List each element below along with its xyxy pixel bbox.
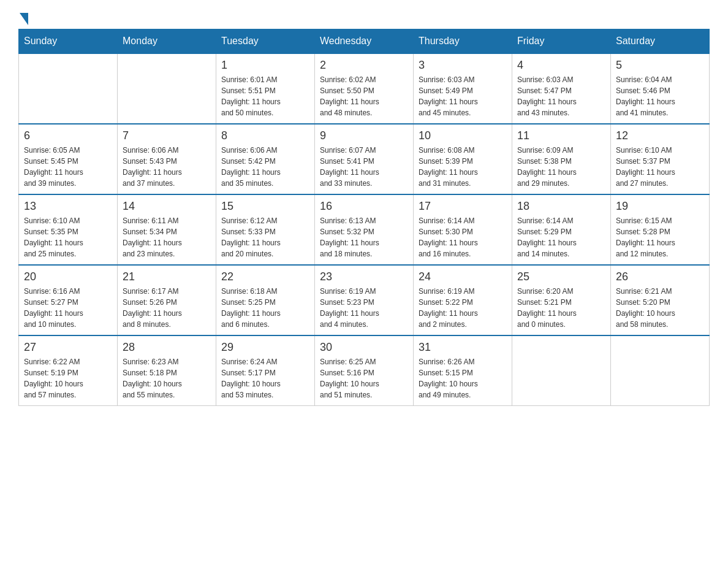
day-info: Sunrise: 6:17 AM Sunset: 5:26 PM Dayligh… xyxy=(123,286,211,330)
calendar-cell: 31Sunrise: 6:26 AM Sunset: 5:15 PM Dayli… xyxy=(414,335,512,406)
calendar-cell: 3Sunrise: 6:03 AM Sunset: 5:49 PM Daylig… xyxy=(414,53,512,124)
calendar-cell: 21Sunrise: 6:17 AM Sunset: 5:26 PM Dayli… xyxy=(118,265,216,335)
day-number: 26 xyxy=(616,270,704,283)
day-number: 21 xyxy=(123,270,211,283)
day-info: Sunrise: 6:02 AM Sunset: 5:50 PM Dayligh… xyxy=(320,74,408,118)
calendar-cell: 30Sunrise: 6:25 AM Sunset: 5:16 PM Dayli… xyxy=(315,335,414,406)
calendar-cell: 10Sunrise: 6:08 AM Sunset: 5:39 PM Dayli… xyxy=(414,124,512,194)
day-number: 16 xyxy=(320,200,408,213)
day-info: Sunrise: 6:14 AM Sunset: 5:30 PM Dayligh… xyxy=(419,215,507,259)
day-number: 13 xyxy=(24,200,112,213)
calendar-week-row: 13Sunrise: 6:10 AM Sunset: 5:35 PM Dayli… xyxy=(19,194,710,265)
day-number: 19 xyxy=(616,200,704,213)
day-number: 27 xyxy=(24,341,112,354)
day-number: 1 xyxy=(221,59,309,72)
col-monday: Monday xyxy=(118,29,216,54)
calendar-cell: 20Sunrise: 6:16 AM Sunset: 5:27 PM Dayli… xyxy=(19,265,118,335)
calendar-week-row: 27Sunrise: 6:22 AM Sunset: 5:19 PM Dayli… xyxy=(19,335,710,406)
calendar-week-row: 20Sunrise: 6:16 AM Sunset: 5:27 PM Dayli… xyxy=(19,265,710,335)
calendar-cell: 18Sunrise: 6:14 AM Sunset: 5:29 PM Dayli… xyxy=(512,194,611,265)
day-info: Sunrise: 6:16 AM Sunset: 5:27 PM Dayligh… xyxy=(24,286,112,330)
calendar-cell: 4Sunrise: 6:03 AM Sunset: 5:47 PM Daylig… xyxy=(512,53,611,124)
col-tuesday: Tuesday xyxy=(216,29,315,54)
calendar-cell: 29Sunrise: 6:24 AM Sunset: 5:17 PM Dayli… xyxy=(216,335,315,406)
calendar-cell xyxy=(512,335,611,406)
day-info: Sunrise: 6:08 AM Sunset: 5:39 PM Dayligh… xyxy=(419,145,507,189)
day-info: Sunrise: 6:01 AM Sunset: 5:51 PM Dayligh… xyxy=(221,74,309,118)
day-number: 30 xyxy=(320,341,408,354)
day-info: Sunrise: 6:14 AM Sunset: 5:29 PM Dayligh… xyxy=(517,215,605,259)
day-info: Sunrise: 6:15 AM Sunset: 5:28 PM Dayligh… xyxy=(616,215,704,259)
day-number: 31 xyxy=(419,341,507,354)
day-info: Sunrise: 6:03 AM Sunset: 5:47 PM Dayligh… xyxy=(517,74,605,118)
col-saturday: Saturday xyxy=(611,29,710,54)
day-number: 29 xyxy=(221,341,309,354)
day-info: Sunrise: 6:05 AM Sunset: 5:45 PM Dayligh… xyxy=(24,145,112,189)
day-info: Sunrise: 6:19 AM Sunset: 5:22 PM Dayligh… xyxy=(419,286,507,330)
calendar-week-row: 6Sunrise: 6:05 AM Sunset: 5:45 PM Daylig… xyxy=(19,124,710,194)
day-number: 6 xyxy=(24,129,112,142)
calendar-cell xyxy=(611,335,710,406)
calendar-cell: 17Sunrise: 6:14 AM Sunset: 5:30 PM Dayli… xyxy=(414,194,512,265)
calendar-cell: 14Sunrise: 6:11 AM Sunset: 5:34 PM Dayli… xyxy=(118,194,216,265)
day-info: Sunrise: 6:22 AM Sunset: 5:19 PM Dayligh… xyxy=(24,356,112,400)
day-number: 8 xyxy=(221,129,309,142)
col-wednesday: Wednesday xyxy=(315,29,414,54)
day-info: Sunrise: 6:04 AM Sunset: 5:46 PM Dayligh… xyxy=(616,74,704,118)
calendar-week-row: 1Sunrise: 6:01 AM Sunset: 5:51 PM Daylig… xyxy=(19,53,710,124)
day-info: Sunrise: 6:26 AM Sunset: 5:15 PM Dayligh… xyxy=(419,356,507,400)
day-number: 2 xyxy=(320,59,408,72)
calendar-table: Sunday Monday Tuesday Wednesday Thursday… xyxy=(18,29,710,406)
calendar-cell: 27Sunrise: 6:22 AM Sunset: 5:19 PM Dayli… xyxy=(19,335,118,406)
day-number: 12 xyxy=(616,129,704,142)
calendar-cell: 19Sunrise: 6:15 AM Sunset: 5:28 PM Dayli… xyxy=(611,194,710,265)
day-info: Sunrise: 6:09 AM Sunset: 5:38 PM Dayligh… xyxy=(517,145,605,189)
day-number: 18 xyxy=(517,200,605,213)
logo xyxy=(18,15,28,23)
calendar-cell xyxy=(19,53,118,124)
day-info: Sunrise: 6:21 AM Sunset: 5:20 PM Dayligh… xyxy=(616,286,704,330)
calendar-header-row: Sunday Monday Tuesday Wednesday Thursday… xyxy=(19,29,710,54)
day-number: 23 xyxy=(320,270,408,283)
day-info: Sunrise: 6:06 AM Sunset: 5:42 PM Dayligh… xyxy=(221,145,309,189)
day-info: Sunrise: 6:03 AM Sunset: 5:49 PM Dayligh… xyxy=(419,74,507,118)
day-info: Sunrise: 6:07 AM Sunset: 5:41 PM Dayligh… xyxy=(320,145,408,189)
day-number: 14 xyxy=(123,200,211,213)
day-info: Sunrise: 6:24 AM Sunset: 5:17 PM Dayligh… xyxy=(221,356,309,400)
calendar-cell: 28Sunrise: 6:23 AM Sunset: 5:18 PM Dayli… xyxy=(118,335,216,406)
calendar-cell: 25Sunrise: 6:20 AM Sunset: 5:21 PM Dayli… xyxy=(512,265,611,335)
day-info: Sunrise: 6:12 AM Sunset: 5:33 PM Dayligh… xyxy=(221,215,309,259)
calendar-cell: 9Sunrise: 6:07 AM Sunset: 5:41 PM Daylig… xyxy=(315,124,414,194)
day-info: Sunrise: 6:19 AM Sunset: 5:23 PM Dayligh… xyxy=(320,286,408,330)
calendar-cell: 6Sunrise: 6:05 AM Sunset: 5:45 PM Daylig… xyxy=(19,124,118,194)
calendar-cell: 13Sunrise: 6:10 AM Sunset: 5:35 PM Dayli… xyxy=(19,194,118,265)
day-number: 20 xyxy=(24,270,112,283)
calendar-cell: 11Sunrise: 6:09 AM Sunset: 5:38 PM Dayli… xyxy=(512,124,611,194)
logo-arrow-icon xyxy=(20,13,28,25)
col-friday: Friday xyxy=(512,29,611,54)
day-number: 22 xyxy=(221,270,309,283)
day-info: Sunrise: 6:11 AM Sunset: 5:34 PM Dayligh… xyxy=(123,215,211,259)
calendar-cell: 24Sunrise: 6:19 AM Sunset: 5:22 PM Dayli… xyxy=(414,265,512,335)
day-info: Sunrise: 6:13 AM Sunset: 5:32 PM Dayligh… xyxy=(320,215,408,259)
calendar-cell: 8Sunrise: 6:06 AM Sunset: 5:42 PM Daylig… xyxy=(216,124,315,194)
day-number: 9 xyxy=(320,129,408,142)
day-number: 3 xyxy=(419,59,507,72)
calendar-cell: 16Sunrise: 6:13 AM Sunset: 5:32 PM Dayli… xyxy=(315,194,414,265)
day-info: Sunrise: 6:10 AM Sunset: 5:37 PM Dayligh… xyxy=(616,145,704,189)
calendar-cell: 1Sunrise: 6:01 AM Sunset: 5:51 PM Daylig… xyxy=(216,53,315,124)
day-info: Sunrise: 6:18 AM Sunset: 5:25 PM Dayligh… xyxy=(221,286,309,330)
calendar-cell: 7Sunrise: 6:06 AM Sunset: 5:43 PM Daylig… xyxy=(118,124,216,194)
day-info: Sunrise: 6:20 AM Sunset: 5:21 PM Dayligh… xyxy=(517,286,605,330)
col-thursday: Thursday xyxy=(414,29,512,54)
day-info: Sunrise: 6:06 AM Sunset: 5:43 PM Dayligh… xyxy=(123,145,211,189)
day-number: 28 xyxy=(123,341,211,354)
day-number: 11 xyxy=(517,129,605,142)
calendar-cell: 23Sunrise: 6:19 AM Sunset: 5:23 PM Dayli… xyxy=(315,265,414,335)
calendar-cell xyxy=(118,53,216,124)
header xyxy=(18,12,710,23)
calendar-cell: 5Sunrise: 6:04 AM Sunset: 5:46 PM Daylig… xyxy=(611,53,710,124)
day-info: Sunrise: 6:25 AM Sunset: 5:16 PM Dayligh… xyxy=(320,356,408,400)
day-number: 24 xyxy=(419,270,507,283)
day-number: 15 xyxy=(221,200,309,213)
